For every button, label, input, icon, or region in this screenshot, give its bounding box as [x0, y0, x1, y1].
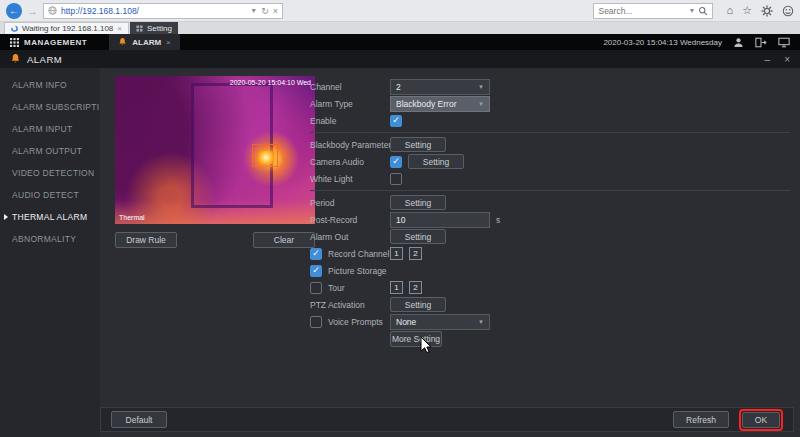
sidebar-item-alarm-subscription[interactable]: ALARM SUBSCRIPTI...	[0, 96, 100, 118]
alarm-type-value: Blackbody Error	[396, 99, 478, 109]
close-icon[interactable]: ×	[784, 54, 790, 65]
picture-storage-checkbox[interactable]: ✓	[310, 265, 322, 277]
sidebar-item-label: THERMAL ALARM	[12, 212, 87, 222]
post-record-unit: s	[496, 215, 500, 225]
browser-back-button[interactable]: ←	[6, 3, 22, 19]
osd-datetime: 2020-05-20 15:04:10 Wed	[230, 79, 311, 86]
tour-channel-2-button[interactable]: 2	[409, 281, 422, 294]
blackbody-parameter-label: Blackbody Parameter	[310, 140, 391, 150]
record-channel-2-button[interactable]: 2	[409, 247, 422, 260]
record-channel-1-button[interactable]: 1	[390, 247, 403, 260]
sidebar-item-video-detection[interactable]: VIDEO DETECTION	[0, 162, 100, 184]
back-arrow-icon: ←	[9, 5, 19, 16]
browser-tab-bar: Waiting for 192.168.1.108 × Setting	[0, 22, 800, 34]
loading-spinner-icon	[11, 25, 18, 32]
row-alarm-out: Alarm Out Setting	[310, 228, 790, 245]
white-light-checkbox[interactable]	[390, 173, 402, 185]
tab-close-icon[interactable]: ×	[117, 24, 122, 33]
minimize-icon[interactable]: –	[765, 54, 771, 65]
monitor-icon[interactable]	[778, 37, 790, 48]
system-datetime: 2020-03-20 15:04:13 Wednesday	[603, 38, 722, 47]
panel-title-bar: ALARM – ×	[0, 50, 800, 68]
refresh-icon[interactable]: ↻	[261, 6, 269, 16]
row-alarm-type: Alarm Type Blackbody Error ▼	[310, 95, 790, 112]
channel-label: Channel	[310, 82, 342, 92]
check-icon: ✓	[392, 116, 400, 125]
bell-icon	[118, 37, 127, 47]
alarm-app-tab[interactable]: ALARM ×	[109, 34, 180, 50]
refresh-button[interactable]: Refresh	[673, 411, 729, 428]
search-dropdown-icon[interactable]: ▼	[689, 7, 696, 14]
alarm-type-select[interactable]: Blackbody Error ▼	[390, 96, 490, 112]
tab-setting[interactable]: Setting	[130, 22, 178, 34]
address-bar[interactable]: ▼ ↻ ×	[43, 3, 283, 19]
form-divider	[310, 190, 790, 191]
row-ptz-activation: PTZ Activation Setting	[310, 296, 790, 313]
default-button[interactable]: Default	[111, 411, 167, 428]
check-icon: ✓	[312, 249, 320, 258]
draw-rule-button[interactable]: Draw Rule	[115, 232, 177, 248]
record-channel-checkbox[interactable]: ✓	[310, 248, 322, 260]
alarm-out-setting-button[interactable]: Setting	[390, 229, 446, 244]
app-bar-right: 2020-03-20 15:04:13 Wednesday	[603, 37, 800, 48]
favorites-star-icon[interactable]: ☆	[742, 5, 752, 16]
voice-prompts-label: Voice Prompts	[328, 317, 383, 327]
picture-storage-label: Picture Storage	[328, 266, 387, 276]
voice-prompts-checkbox[interactable]	[310, 316, 322, 328]
tab-waiting[interactable]: Waiting for 192.168.1.108 ×	[4, 22, 129, 34]
active-item-arrow-icon	[4, 214, 8, 220]
url-dropdown-icon[interactable]: ▼	[250, 7, 257, 14]
thermal-video-preview[interactable]: 2020-05-20 15:04:10 Wed Thermal	[115, 76, 315, 224]
feedback-smiley-icon[interactable]	[782, 5, 794, 17]
row-camera-audio: Camera Audio ✓ Setting	[310, 153, 790, 170]
search-input[interactable]	[598, 6, 685, 16]
enable-label: Enable	[310, 116, 336, 126]
row-blackbody-parameter: Blackbody Parameter Setting	[310, 136, 790, 153]
period-setting-button[interactable]: Setting	[390, 195, 446, 210]
sidebar-item-abnormality[interactable]: ABNORMALITY	[0, 228, 100, 250]
row-channel: Channel 2 ▼	[310, 78, 790, 95]
ptz-activation-setting-button[interactable]: Setting	[390, 297, 446, 312]
tour-checkbox[interactable]	[310, 282, 322, 294]
enable-checkbox[interactable]: ✓	[390, 115, 402, 127]
channel-value: 2	[396, 82, 478, 92]
voice-prompts-select[interactable]: None ▼	[390, 314, 490, 330]
logout-icon[interactable]	[755, 37, 767, 48]
camera-audio-checkbox[interactable]: ✓	[390, 156, 402, 168]
sidebar-item-audio-detect[interactable]: AUDIO DETECT	[0, 184, 100, 206]
clear-button[interactable]: Clear	[253, 232, 315, 248]
user-icon[interactable]	[733, 37, 744, 48]
footer-bar: Default Refresh OK	[100, 407, 794, 432]
more-setting-button[interactable]: More Setting	[390, 331, 442, 347]
sidebar-item-thermal-alarm[interactable]: THERMAL ALARM	[0, 206, 100, 228]
management-tab[interactable]: MANAGEMENT	[0, 38, 97, 47]
ok-button[interactable]: OK	[742, 412, 780, 428]
post-record-input[interactable]	[390, 212, 490, 228]
alarm-type-label: Alarm Type	[310, 99, 353, 109]
tab-waiting-label: Waiting for 192.168.1.108	[22, 24, 113, 33]
sidebar-item-alarm-info[interactable]: ALARM INFO	[0, 74, 100, 96]
camera-audio-label: Camera Audio	[310, 157, 364, 167]
sidebar-item-alarm-output[interactable]: ALARM OUTPUT	[0, 140, 100, 162]
alarm-tab-close-icon[interactable]: ×	[166, 38, 171, 47]
white-light-label: White Light	[310, 174, 353, 184]
alarm-tab-label: ALARM	[132, 38, 161, 47]
search-box[interactable]: ▼	[593, 3, 713, 19]
home-icon[interactable]: ⌂	[726, 5, 733, 16]
tour-channel-1-button[interactable]: 1	[390, 281, 403, 294]
blackbody-parameter-setting-button[interactable]: Setting	[390, 137, 446, 152]
setting-favicon-icon	[136, 25, 143, 32]
search-icon[interactable]	[698, 6, 708, 16]
url-input[interactable]	[61, 6, 246, 16]
ok-button-highlight: OK	[739, 409, 783, 431]
grid-menu-icon	[10, 38, 19, 47]
sidebar-item-alarm-input[interactable]: ALARM INPUT	[0, 118, 100, 140]
stop-icon[interactable]: ×	[273, 6, 278, 16]
channel-select[interactable]: 2 ▼	[390, 79, 490, 95]
gear-icon[interactable]	[761, 5, 773, 17]
browser-forward-button[interactable]: →	[27, 5, 38, 17]
row-post-record: Post-Record s	[310, 211, 790, 228]
period-label: Period	[310, 198, 335, 208]
camera-audio-setting-button[interactable]: Setting	[408, 154, 464, 169]
panel-window-controls: – ×	[765, 54, 790, 65]
